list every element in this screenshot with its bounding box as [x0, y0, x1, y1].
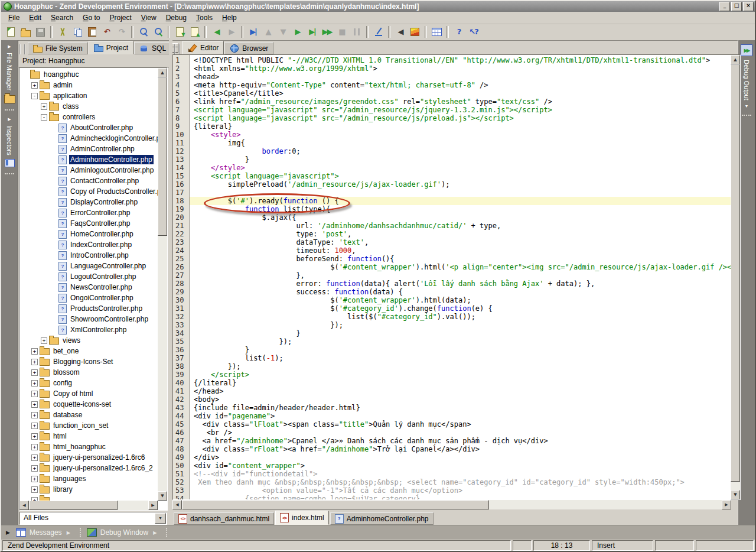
- tree-item[interactable]: FaqsController.php: [19, 218, 158, 229]
- tree-item[interactable]: +function_icon_set: [19, 420, 158, 431]
- help-button[interactable]: ?: [451, 25, 466, 39]
- tab-editor[interactable]: Editor: [183, 41, 224, 54]
- find-replace-button[interactable]: [151, 25, 165, 39]
- cut-button[interactable]: [55, 25, 70, 39]
- code-line[interactable]: 12 border:0;: [173, 147, 731, 155]
- code-line[interactable]: 41</head>: [173, 387, 731, 395]
- code-line[interactable]: 3<head>: [173, 73, 731, 81]
- tree-item[interactable]: Copy of ProductsController.php: [19, 186, 158, 197]
- code-line[interactable]: 40{/literal}: [173, 379, 731, 387]
- tree-hscrollbar[interactable]: ◀ ▶: [19, 501, 158, 510]
- scrollbar-thumb[interactable]: [29, 501, 118, 510]
- expand-icon[interactable]: +: [31, 454, 38, 461]
- save-file-button[interactable]: [33, 25, 48, 39]
- code-line[interactable]: 20 $.ajax({: [173, 213, 731, 222]
- file-import-button[interactable]: [172, 25, 187, 39]
- expand-icon[interactable]: +: [31, 348, 38, 355]
- tab-browser[interactable]: Browser: [224, 42, 273, 54]
- tree-item[interactable]: XmlController.php: [19, 324, 158, 335]
- code-line[interactable]: 45 <div class="lFloat"><span class="titl…: [173, 420, 731, 428]
- code-line[interactable]: 42<body>: [173, 395, 731, 404]
- tree-item[interactable]: ShowroomController.php: [19, 314, 158, 324]
- expand-icon[interactable]: +: [31, 359, 38, 365]
- code-line[interactable]: 34 }: [173, 329, 731, 337]
- run-to-cursor-button[interactable]: ▶|: [246, 25, 260, 39]
- expand-icon[interactable]: +: [31, 433, 38, 440]
- scroll-up-button[interactable]: ▲: [731, 55, 740, 64]
- code-line[interactable]: 46 <br />: [173, 428, 731, 437]
- data-table-button[interactable]: [429, 25, 444, 39]
- code-line[interactable]: 4<meta http-equiv="Content-Type" content…: [173, 81, 731, 89]
- expand-icon[interactable]: +: [31, 391, 38, 397]
- output-toggle-button[interactable]: ◀: [393, 25, 408, 39]
- tree-item[interactable]: -controllers: [19, 112, 158, 122]
- tree-item[interactable]: +database: [19, 410, 158, 420]
- paste-button[interactable]: [84, 25, 99, 39]
- tree-item[interactable]: ErrorController.php: [19, 207, 158, 218]
- expand-icon[interactable]: +: [31, 380, 38, 387]
- code-line[interactable]: 43{include file=admin/header/header.html…: [173, 404, 731, 412]
- code-line[interactable]: 14 </style>: [173, 164, 731, 172]
- code-line[interactable]: 24 timeout: 1000,: [173, 246, 731, 255]
- next-bookmark-button[interactable]: ▶: [224, 25, 239, 39]
- dock-tab-inspectors[interactable]: ▶ Inspectors: [5, 113, 15, 171]
- tree-item[interactable]: ProductsController.php: [19, 303, 158, 314]
- run-to-end-button[interactable]: ▶|: [305, 25, 320, 39]
- code-line[interactable]: 35 });: [173, 337, 731, 346]
- open-file-button[interactable]: [18, 25, 33, 39]
- code-line[interactable]: 32 list($("#category_id").val());: [173, 313, 731, 321]
- toolbar-grip[interactable]: [174, 44, 180, 54]
- menu-project[interactable]: Project: [105, 12, 136, 23]
- scroll-left-button[interactable]: ◀: [19, 501, 29, 510]
- code-line[interactable]: 31 $('#category_id').change(function(e) …: [173, 304, 731, 313]
- messages-button[interactable]: Messages▶: [16, 528, 70, 537]
- code-line[interactable]: 8<script language="javascript" src="/adm…: [173, 114, 731, 122]
- menu-tools[interactable]: Tools: [191, 12, 217, 23]
- code-line[interactable]: 44<div id="pagename">: [173, 412, 731, 420]
- editor-vscrollbar[interactable]: ▲ ▼: [731, 55, 740, 499]
- tree-item[interactable]: +jquery-ui-personalized-1.6rc6_2: [19, 463, 158, 473]
- expand-icon[interactable]: +: [31, 444, 38, 450]
- scrollbar-thumb[interactable]: [731, 64, 740, 482]
- code-line[interactable]: 38 });: [173, 362, 731, 371]
- tree-item[interactable]: +config: [19, 378, 158, 388]
- code-line[interactable]: 2<html xmlns="http://www.w3.org/1999/xht…: [173, 64, 731, 73]
- tree-item[interactable]: OngoiController.php: [19, 293, 158, 303]
- tree-item[interactable]: ContactController.php: [19, 176, 158, 186]
- dropdown-arrow-icon[interactable]: ▼: [155, 513, 166, 524]
- scroll-up-button[interactable]: ▲: [158, 68, 167, 77]
- stop-button[interactable]: ■: [334, 25, 349, 39]
- context-help-button[interactable]: ↖?: [466, 25, 481, 39]
- code-line[interactable]: 39 </script>: [173, 371, 731, 379]
- tree-item[interactable]: AboutController.php: [19, 122, 158, 133]
- run-button[interactable]: ▶: [290, 25, 305, 39]
- dock-tab-debug-output[interactable]: ▶▶ Debug Output ▼: [741, 40, 752, 112]
- tree-item[interactable]: +: [19, 495, 158, 501]
- toolbar-grip[interactable]: [19, 44, 25, 54]
- previous-bookmark-button[interactable]: ◀: [209, 25, 224, 39]
- tree-item[interactable]: +library: [19, 484, 158, 495]
- scroll-right-button[interactable]: ▶: [148, 501, 158, 510]
- minimize-button[interactable]: _: [719, 2, 730, 11]
- pause-button[interactable]: [349, 25, 364, 39]
- code-line[interactable]: 19 function list(type){: [173, 205, 731, 213]
- tree-item[interactable]: +html_hoangphuc: [19, 441, 158, 452]
- tree-item[interactable]: AdminhomeController.php: [19, 154, 158, 165]
- maximize-button[interactable]: □: [731, 2, 742, 11]
- tab-file-system[interactable]: File System: [28, 42, 88, 54]
- tree-item[interactable]: +html: [19, 431, 158, 441]
- editor-hscrollbar[interactable]: ◀ ▶: [172, 500, 731, 509]
- code-line[interactable]: 30 $('#content_wrapper').html(data);: [173, 296, 731, 304]
- file-export-button[interactable]: [187, 25, 202, 39]
- tree-item[interactable]: +languages: [19, 473, 158, 484]
- code-line[interactable]: 5<title>Cpanel</title>: [173, 89, 731, 98]
- code-line[interactable]: 13 }: [173, 155, 731, 164]
- code-line[interactable]: 23 dataType: 'text',: [173, 238, 731, 246]
- tab-project[interactable]: Project: [89, 41, 133, 54]
- code-line[interactable]: 9{literal}: [173, 122, 731, 131]
- code-line[interactable]: 37 list(-1);: [173, 354, 731, 362]
- menu-search[interactable]: Search: [46, 12, 78, 23]
- dock-tab-file-manager[interactable]: ▶ File Manager: [4, 40, 15, 107]
- code-line[interactable]: 27 },: [173, 271, 731, 280]
- code-line[interactable]: 49</div>: [173, 453, 731, 462]
